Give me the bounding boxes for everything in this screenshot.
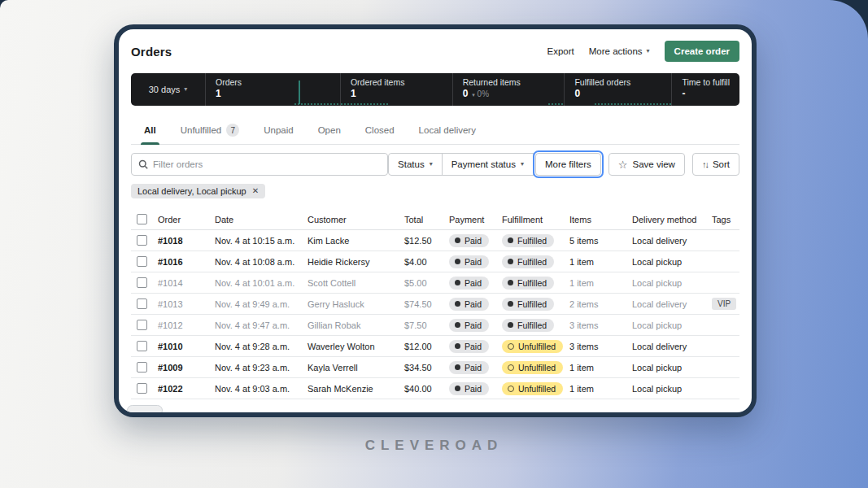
- more-actions-button[interactable]: More actions ▾: [589, 46, 650, 56]
- more-filters-button[interactable]: More filters: [535, 153, 601, 176]
- row-checkbox[interactable]: [137, 277, 147, 288]
- order-delivery-method: Local delivery: [632, 236, 712, 246]
- row-checkbox[interactable]: [137, 320, 147, 330]
- tab-unpaid[interactable]: Unpaid: [254, 117, 303, 144]
- date-range-selector[interactable]: 30 days ▾: [131, 73, 206, 106]
- horizontal-scrollbar[interactable]: [127, 405, 163, 416]
- save-view-button[interactable]: ☆ Save view: [608, 153, 685, 176]
- order-number: #1014: [158, 278, 215, 288]
- stat-orders[interactable]: Orders 1: [206, 73, 341, 106]
- status-filter-button[interactable]: Status ▾: [388, 153, 443, 176]
- table-row[interactable]: #1013 Nov. 4 at 9:49 a.m. Gerry Hasluck …: [131, 294, 739, 315]
- order-delivery-method: Local delivery: [632, 342, 712, 351]
- status-dot-icon: [455, 301, 460, 307]
- payment-status-badge: Paid: [449, 298, 489, 311]
- order-customer: Waverley Wolton: [308, 342, 404, 351]
- tab-label: Unpaid: [264, 125, 293, 135]
- table-row[interactable]: #1016 Nov. 4 at 10:08 a.m. Heidie Ricker…: [131, 251, 739, 272]
- order-date: Nov. 4 at 9:03 a.m.: [215, 384, 308, 394]
- payment-status-badge: Paid: [449, 382, 489, 395]
- orders-table: Order Date Customer Total Payment Fulfil…: [131, 209, 739, 399]
- status-dot-icon: [455, 237, 460, 243]
- row-checkbox[interactable]: [137, 341, 147, 351]
- more-actions-label: More actions: [589, 46, 643, 56]
- stat-fulfilled-orders[interactable]: Fulfilled orders 0: [565, 73, 672, 106]
- filter-toolbar: Status ▾ Payment status ▾ More filters ☆…: [131, 153, 739, 176]
- fulfillment-status-badge: Fulfilled: [502, 319, 554, 332]
- select-all-checkbox[interactable]: [137, 214, 147, 224]
- row-checkbox[interactable]: [137, 256, 147, 267]
- sparkline: [548, 103, 564, 105]
- status-dot-icon: [455, 364, 460, 370]
- export-button[interactable]: Export: [547, 46, 574, 56]
- tab-label: Unfulfilled: [181, 125, 222, 135]
- payment-status-label: Paid: [465, 320, 482, 330]
- filter-orders-input[interactable]: [153, 159, 381, 169]
- order-items-count: 1 item: [569, 278, 632, 288]
- sparkline: [341, 103, 390, 105]
- search-icon: [138, 159, 148, 169]
- stat-returned-items[interactable]: Returned items 0 ▾ 0%: [453, 73, 565, 106]
- tab-label: All: [144, 125, 156, 135]
- applied-filter-chip[interactable]: Local delivery, Local pickup ✕: [131, 184, 265, 198]
- stat-ordered-items[interactable]: Ordered items 1: [341, 73, 453, 106]
- stat-label: Fulfilled orders: [574, 77, 661, 87]
- payment-status-badge: Paid: [449, 361, 489, 374]
- export-button-label: Export: [547, 46, 574, 56]
- filter-search-box[interactable]: [131, 153, 388, 176]
- payment-status-badge: Paid: [449, 255, 489, 268]
- table-row[interactable]: #1018 Nov. 4 at 10:15 a.m. Kim Lacke $12…: [131, 230, 739, 251]
- order-customer: Gerry Hasluck: [308, 299, 404, 309]
- row-checkbox[interactable]: [137, 235, 147, 246]
- row-checkbox[interactable]: [137, 298, 147, 309]
- stat-label: Returned items: [463, 77, 555, 87]
- order-customer: Kayla Verrell: [308, 363, 404, 373]
- row-checkbox[interactable]: [137, 362, 147, 373]
- order-total: $12.00: [404, 342, 449, 351]
- fulfillment-status-label: Fulfilled: [517, 257, 547, 267]
- sort-arrows-icon: ↑↓: [702, 159, 708, 169]
- fulfillment-status-label: Unfulfilled: [518, 342, 556, 351]
- orders-app-window: Orders Export More actions ▾ Create orde…: [114, 24, 757, 417]
- stat-value: 1: [216, 88, 221, 99]
- column-header-date: Date: [215, 215, 308, 224]
- close-icon[interactable]: ✕: [252, 187, 259, 195]
- column-header-payment: Payment: [449, 215, 502, 224]
- table-row[interactable]: #1010 Nov. 4 at 9:28 a.m. Waverley Wolto…: [131, 336, 739, 357]
- status-dot-icon: [508, 259, 513, 264]
- column-header-fulfillment: Fulfillment: [502, 215, 569, 224]
- payment-status-label: Paid: [465, 236, 482, 246]
- tab-closed[interactable]: Closed: [355, 117, 404, 144]
- tab-local-delivery[interactable]: Local delivery: [409, 117, 486, 144]
- row-checkbox[interactable]: [137, 383, 147, 394]
- stat-label: Orders: [216, 77, 330, 87]
- tab-all[interactable]: All: [134, 117, 166, 144]
- sparkline: [294, 103, 340, 105]
- table-row[interactable]: #1009 Nov. 4 at 9:23 a.m. Kayla Verrell …: [131, 357, 739, 378]
- payment-status-badge: Paid: [449, 340, 489, 353]
- order-customer: Gillian Robak: [308, 320, 404, 330]
- status-dot-icon: [508, 386, 514, 392]
- page-title: Orders: [131, 45, 172, 59]
- create-order-button[interactable]: Create order: [665, 41, 739, 62]
- tab-label: Closed: [365, 125, 395, 135]
- stat-time-to-fulfill[interactable]: Time to fulfill -: [672, 73, 739, 106]
- tab-open[interactable]: Open: [308, 117, 351, 144]
- sparkline: [595, 103, 671, 105]
- view-tabs: AllUnfulfilled7UnpaidOpenClosedLocal del…: [131, 117, 739, 145]
- column-header-tags: Tags: [712, 215, 739, 224]
- tab-count-badge: 7: [226, 124, 239, 137]
- payment-status-label: Paid: [465, 363, 482, 373]
- applied-filter-label: Local delivery, Local pickup: [137, 186, 246, 196]
- stat-value: 1: [351, 88, 356, 99]
- tab-unfulfilled[interactable]: Unfulfilled7: [171, 117, 250, 144]
- status-dot-icon: [508, 364, 514, 371]
- order-number: #1010: [158, 342, 215, 351]
- header-actions: Export More actions ▾ Create order: [547, 41, 740, 62]
- table-row[interactable]: #1012 Nov. 4 at 9:47 a.m. Gillian Robak …: [131, 315, 739, 336]
- sort-button[interactable]: ↑↓ Sort: [692, 153, 739, 176]
- order-total: $7.50: [404, 320, 449, 330]
- table-row[interactable]: #1022 Nov. 4 at 9:03 a.m. Sarah McKenzie…: [131, 378, 739, 399]
- table-row[interactable]: #1014 Nov. 4 at 10:01 a.m. Scott Cottell…: [131, 272, 739, 294]
- payment-status-filter-button[interactable]: Payment status ▾: [442, 153, 534, 176]
